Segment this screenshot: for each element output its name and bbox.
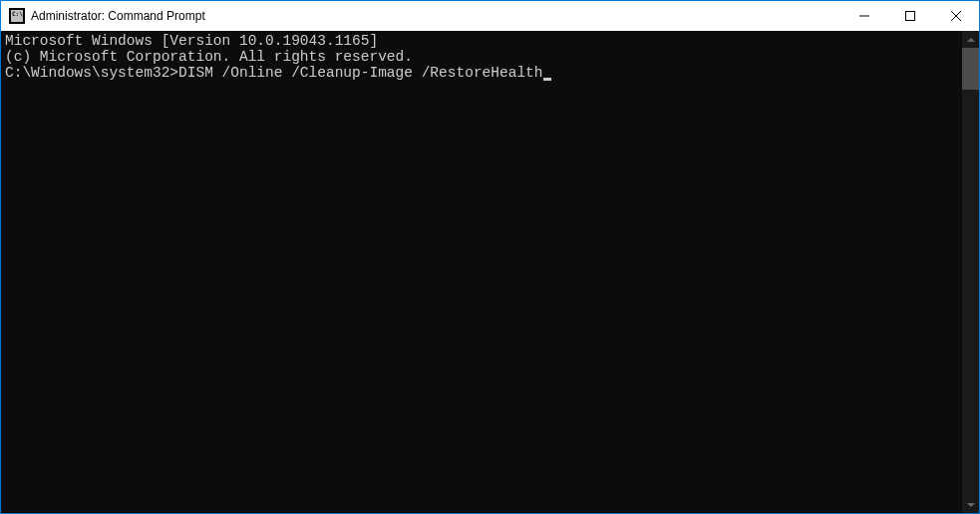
app-icon: C:\ bbox=[9, 8, 25, 24]
minimize-button[interactable] bbox=[841, 1, 887, 31]
close-button[interactable] bbox=[933, 1, 979, 31]
titlebar[interactable]: C:\ Administrator: Command Prompt bbox=[1, 1, 979, 31]
console-area: Microsoft Windows [Version 10.0.19043.11… bbox=[1, 31, 979, 513]
console-prompt: C:\Windows\system32> bbox=[5, 65, 178, 81]
window-controls bbox=[841, 1, 979, 31]
scrollbar-track[interactable] bbox=[962, 48, 979, 496]
command-prompt-window: C:\ Administrator: Command Prompt bbox=[0, 0, 980, 514]
scrollbar-up-arrow[interactable] bbox=[962, 31, 979, 48]
svg-rect-1 bbox=[906, 12, 915, 21]
console-line-copyright: (c) Microsoft Corporation. All rights re… bbox=[5, 49, 958, 65]
svg-marker-5 bbox=[967, 503, 975, 507]
maximize-icon bbox=[905, 11, 915, 21]
cursor bbox=[543, 78, 551, 81]
svg-marker-4 bbox=[967, 38, 975, 42]
scrollbar-down-arrow[interactable] bbox=[962, 496, 979, 513]
close-icon bbox=[951, 11, 961, 21]
console-line-command: C:\Windows\system32>DISM /Online /Cleanu… bbox=[5, 65, 958, 81]
maximize-button[interactable] bbox=[887, 1, 933, 31]
console-command-text: DISM /Online /Cleanup-Image /RestoreHeal… bbox=[178, 65, 542, 81]
vertical-scrollbar[interactable] bbox=[962, 31, 979, 513]
chevron-down-icon bbox=[967, 503, 975, 507]
window-title: Administrator: Command Prompt bbox=[31, 9, 205, 23]
console-line-version: Microsoft Windows [Version 10.0.19043.11… bbox=[5, 33, 958, 49]
chevron-up-icon bbox=[967, 38, 975, 42]
console-content[interactable]: Microsoft Windows [Version 10.0.19043.11… bbox=[1, 31, 962, 513]
minimize-icon bbox=[859, 11, 869, 21]
scrollbar-thumb[interactable] bbox=[962, 48, 979, 90]
